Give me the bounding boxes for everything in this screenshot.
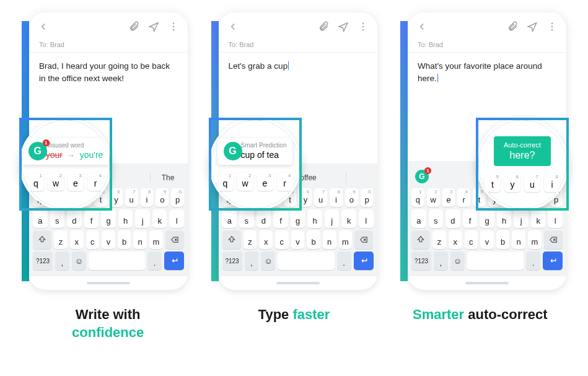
to-field[interactable]: To: Brad — [408, 37, 566, 53]
key-b[interactable]: b — [307, 230, 320, 249]
key-f[interactable]: f — [84, 209, 99, 228]
key-r[interactable]: r4 — [87, 172, 103, 191]
key-s[interactable]: s — [429, 209, 444, 228]
key-m[interactable]: m — [528, 230, 542, 249]
back-arrow-icon[interactable] — [227, 21, 239, 32]
shift-key[interactable] — [222, 230, 241, 249]
autocorrect-bubble[interactable]: Auto-correct here? — [494, 136, 551, 166]
key-c[interactable]: c — [465, 230, 478, 249]
message-body[interactable]: Let's grab a cup — [219, 53, 377, 80]
prediction-card[interactable]: G Smart Prediction cup of tea — [217, 138, 293, 165]
key-q[interactable]: q1 — [217, 172, 234, 191]
key-f[interactable]: f — [273, 209, 288, 228]
key-z[interactable]: z — [432, 230, 446, 249]
key-k[interactable]: k — [152, 209, 167, 228]
key-a[interactable]: a — [411, 209, 426, 228]
space-key[interactable] — [278, 251, 334, 270]
key-a[interactable]: a — [33, 209, 48, 228]
attach-icon[interactable] — [318, 21, 329, 32]
key-k[interactable]: k — [531, 209, 546, 228]
backspace-key[interactable] — [354, 230, 373, 249]
grammarly-icon[interactable]: G1 — [415, 170, 429, 183]
attach-icon[interactable] — [507, 21, 518, 32]
key-f[interactable]: f — [463, 209, 478, 228]
key-s[interactable]: s — [50, 209, 65, 228]
key-l[interactable]: l — [359, 209, 374, 228]
key-i[interactable]: i8 — [141, 188, 154, 207]
key-z[interactable]: z — [244, 230, 257, 249]
key-q[interactable]: q1 — [28, 172, 44, 191]
key-l[interactable]: l — [548, 209, 563, 228]
key-t[interactable]: t5 — [485, 173, 501, 192]
shift-key[interactable] — [411, 230, 430, 249]
key-v[interactable]: v — [102, 230, 115, 249]
key-j[interactable]: j — [135, 209, 150, 228]
more-icon[interactable] — [168, 21, 179, 32]
enter-key[interactable] — [354, 251, 374, 270]
comma-key[interactable]: , — [245, 251, 259, 270]
enter-key[interactable] — [164, 251, 184, 270]
message-body[interactable]: What's your favorite place around here. — [408, 53, 566, 92]
key-l[interactable]: l — [169, 209, 184, 228]
key-t[interactable]: t5 — [473, 188, 486, 207]
key-i[interactable]: i8 — [330, 188, 343, 207]
key-u[interactable]: u7 — [524, 173, 540, 192]
key-h[interactable]: h — [497, 209, 512, 228]
key-x[interactable]: x — [259, 230, 273, 249]
key-i[interactable]: i8 — [544, 173, 560, 192]
key-g[interactable]: g — [291, 209, 305, 228]
attach-icon[interactable] — [128, 21, 139, 32]
key-j[interactable]: j — [514, 209, 529, 228]
key-d[interactable]: d — [445, 209, 460, 228]
key-h[interactable]: h — [307, 209, 322, 228]
key-b[interactable]: b — [118, 230, 131, 249]
key-p[interactable]: p0 — [361, 188, 374, 207]
key-u[interactable]: u7 — [125, 188, 138, 207]
key-g[interactable]: g — [480, 209, 494, 228]
key-r[interactable]: r4 — [277, 172, 293, 191]
back-arrow-icon[interactable] — [38, 21, 49, 32]
symbols-key[interactable]: ?123 — [222, 251, 242, 270]
backspace-key[interactable] — [165, 230, 184, 249]
emoji-key[interactable]: ☺ — [261, 251, 275, 270]
backspace-key[interactable] — [544, 230, 563, 249]
key-z[interactable]: z — [54, 230, 68, 249]
key-o[interactable]: o9 — [345, 188, 358, 207]
send-icon[interactable] — [527, 21, 538, 32]
key-c[interactable]: c — [275, 230, 289, 249]
key-e[interactable]: e3 — [257, 172, 273, 191]
key-y[interactable]: y6 — [299, 188, 312, 207]
key-p[interactable]: p0 — [171, 188, 184, 207]
message-body[interactable]: Brad, I heard your going to be back in t… — [29, 53, 188, 92]
key-x[interactable]: x — [70, 230, 84, 249]
key-h[interactable]: h — [118, 209, 133, 228]
space-key[interactable] — [467, 251, 524, 270]
back-arrow-icon[interactable] — [416, 21, 428, 32]
space-key[interactable] — [89, 251, 145, 270]
key-j[interactable]: j — [325, 209, 340, 228]
key-o[interactable]: o9 — [156, 188, 169, 207]
key-x[interactable]: x — [449, 230, 462, 249]
emoji-key[interactable]: ☺ — [72, 251, 86, 270]
key-w[interactable]: w2 — [427, 188, 440, 207]
send-icon[interactable] — [338, 21, 349, 32]
symbols-key[interactable]: ?123 — [411, 251, 431, 270]
enter-key[interactable] — [543, 251, 563, 270]
key-d[interactable]: d — [257, 209, 271, 228]
period-key[interactable]: . — [526, 251, 540, 270]
key-u[interactable]: u7 — [314, 188, 327, 207]
key-w[interactable]: w2 — [237, 172, 253, 191]
correction-card[interactable]: G1 Misused word your → you're — [22, 138, 110, 165]
key-m[interactable]: m — [149, 230, 163, 249]
key-e[interactable]: e3 — [68, 172, 84, 191]
shift-key[interactable] — [33, 230, 51, 249]
suggestion-right[interactable]: The — [156, 173, 180, 182]
key-m[interactable]: m — [339, 230, 353, 249]
key-k[interactable]: k — [341, 209, 356, 228]
key-y[interactable]: y6 — [110, 188, 123, 207]
key-v[interactable]: v — [291, 230, 305, 249]
key-w[interactable]: w2 — [48, 172, 64, 191]
key-c[interactable]: c — [86, 230, 100, 249]
send-icon[interactable] — [148, 21, 159, 32]
key-n[interactable]: n — [133, 230, 147, 249]
